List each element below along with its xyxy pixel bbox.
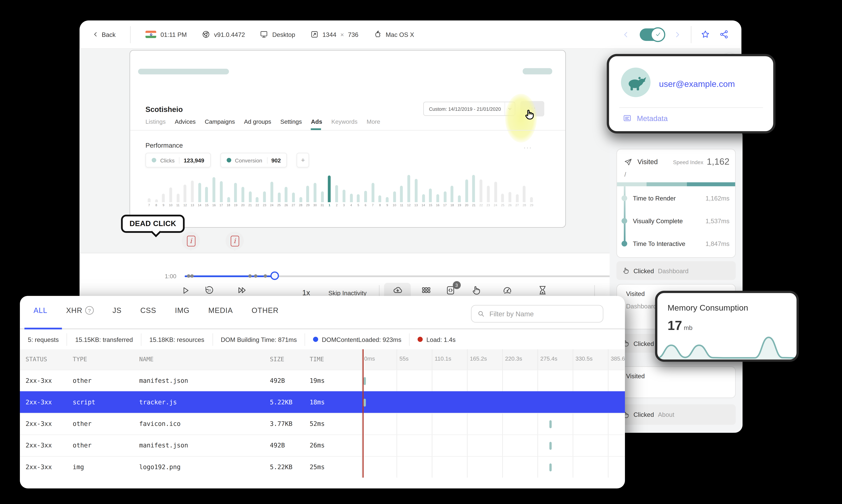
site-tab-campaigns[interactable]: Campaigns bbox=[205, 118, 235, 130]
metric-value: 902 bbox=[271, 157, 281, 163]
column-header-size[interactable]: SIZE bbox=[270, 356, 284, 362]
request-row-tracker.js[interactable]: 2xx-3xxscripttracker.js5.22KB18ms bbox=[20, 391, 625, 413]
skip-inactivity-toggle[interactable]: Skip Inactivity bbox=[328, 290, 366, 296]
request-row-logo192.png[interactable]: 2xx-3xximglogo192.png5.22KB25ms bbox=[20, 456, 625, 478]
prev-session-button[interactable] bbox=[622, 30, 631, 39]
site-tab-more[interactable]: More bbox=[366, 118, 380, 130]
chart-x-label: 28 bbox=[297, 203, 304, 207]
site-tab-ads[interactable]: Ads bbox=[311, 118, 322, 130]
cell-status: 2xx-3xx bbox=[25, 399, 52, 406]
metadata-button[interactable]: Metadata bbox=[623, 114, 668, 123]
request-row-manifest.json[interactable]: 2xx-3xxothermanifest.json492B26ms bbox=[20, 434, 625, 456]
next-session-button[interactable] bbox=[673, 30, 682, 39]
waterfall-tick: 385.6s bbox=[611, 356, 625, 362]
chart-x-label: 30 bbox=[311, 203, 319, 207]
event-item-clicked[interactable]: ClickedDashboard bbox=[616, 261, 736, 280]
event-dot[interactable] bbox=[191, 274, 194, 277]
divider bbox=[691, 26, 691, 43]
network-tab-other[interactable]: OTHER bbox=[252, 306, 279, 314]
date-range-select[interactable]: Custom: 14/12/2019 - 21/01/2020 bbox=[423, 102, 515, 116]
waterfall-tick: 165.2s bbox=[470, 356, 487, 362]
share-button[interactable] bbox=[719, 30, 729, 39]
bookmark-star-button[interactable] bbox=[701, 30, 710, 39]
chart-x-label: 2 bbox=[333, 203, 340, 207]
chart-bar-column bbox=[434, 171, 441, 202]
more-options-ellipsis[interactable]: ... bbox=[524, 143, 532, 149]
user-email-link[interactable]: user@example.com bbox=[659, 79, 735, 89]
back-label: Back bbox=[102, 31, 116, 38]
stat-dot bbox=[313, 337, 318, 342]
chart-bar-column bbox=[145, 171, 153, 202]
chart-x-label: 17 bbox=[218, 203, 225, 207]
chart-x-label: 26 bbox=[506, 203, 514, 207]
site-tab-ad-groups[interactable]: Ad groups bbox=[244, 118, 271, 130]
add-metric-button[interactable]: + bbox=[297, 153, 309, 168]
chart-bar bbox=[487, 186, 490, 202]
speed-segment bbox=[687, 182, 735, 186]
network-tab-img[interactable]: IMG bbox=[175, 306, 190, 314]
event-target: About bbox=[658, 411, 674, 418]
chart-x-label: 11 bbox=[174, 203, 181, 207]
avatar bbox=[621, 68, 650, 97]
event-dot[interactable] bbox=[254, 274, 257, 277]
event-dot[interactable] bbox=[187, 274, 190, 277]
network-tab-xhr[interactable]: XHR? bbox=[66, 306, 94, 314]
cell-status: 2xx-3xx bbox=[25, 420, 52, 428]
times-sign: × bbox=[340, 31, 344, 38]
network-tab-all[interactable]: ALL bbox=[34, 306, 47, 314]
network-stat: Load: 1.4s bbox=[410, 333, 463, 346]
autoplay-toggle[interactable] bbox=[640, 28, 664, 40]
playhead-handle[interactable] bbox=[270, 271, 279, 280]
chart-bar bbox=[306, 186, 309, 202]
rewind-10-icon bbox=[204, 285, 215, 295]
waterfall-bar bbox=[550, 442, 552, 450]
network-tab-js[interactable]: JS bbox=[112, 306, 122, 314]
site-tab-listings[interactable]: Listings bbox=[145, 118, 166, 130]
site-tab-advices[interactable]: Advices bbox=[175, 118, 196, 130]
chart-bar-column bbox=[420, 171, 427, 202]
column-header-type[interactable]: TYPE bbox=[73, 356, 87, 362]
event-dot[interactable] bbox=[264, 274, 267, 277]
request-row-favicon.ico[interactable]: 2xx-3xxotherfavicon.ico3.77KB52ms bbox=[20, 413, 625, 434]
help-icon[interactable]: ? bbox=[85, 306, 94, 314]
visited-path: / bbox=[624, 171, 626, 178]
visited-event-card[interactable]: Visited Speed Index 1,162 / Time to Rend… bbox=[616, 149, 736, 258]
speed-index-value: 1,162 bbox=[707, 157, 730, 167]
back-button[interactable]: Back bbox=[92, 31, 116, 38]
timeline-track[interactable] bbox=[184, 275, 659, 277]
chart-bar bbox=[285, 186, 288, 202]
filter-by-name-input[interactable] bbox=[489, 310, 597, 318]
event-item-clicked[interactable]: ClickedAbout bbox=[616, 404, 736, 425]
chart-x-label: 9 bbox=[160, 203, 167, 207]
column-header-time[interactable]: TIME bbox=[310, 356, 324, 362]
event-item-visited[interactable]: Visited bbox=[616, 366, 736, 398]
speed-segment bbox=[646, 182, 687, 186]
chart-bar-column bbox=[333, 171, 340, 202]
metric-chip-conversion[interactable]: Conversion 902 bbox=[220, 153, 287, 168]
column-header-name[interactable]: NAME bbox=[139, 356, 154, 362]
chart-bar bbox=[220, 181, 222, 202]
event-dot[interactable] bbox=[248, 274, 252, 277]
chart-bar bbox=[516, 194, 519, 202]
cell-name: logo192.png bbox=[139, 464, 181, 471]
event-type: Visited bbox=[638, 158, 658, 166]
issue-marker[interactable]: i bbox=[182, 232, 200, 250]
issue-marker[interactable]: i bbox=[226, 232, 244, 250]
chart-bar bbox=[436, 194, 439, 202]
network-tabs: ALLXHR?JSCSSIMGMEDIAOTHER bbox=[34, 306, 279, 314]
metric-chip-clicks[interactable]: Clicks 123,949 bbox=[145, 153, 211, 168]
chart-x-label: 10 bbox=[391, 203, 398, 207]
chart-bar bbox=[270, 182, 273, 202]
cell-type: script bbox=[73, 399, 95, 406]
chart-bar-column bbox=[521, 171, 528, 202]
network-tab-media[interactable]: MEDIA bbox=[208, 306, 233, 314]
column-header-status[interactable]: STATUS bbox=[25, 356, 47, 362]
chart-bar bbox=[444, 192, 446, 202]
network-tab-css[interactable]: CSS bbox=[140, 306, 156, 314]
chart-x-label: 18 bbox=[225, 203, 232, 207]
request-row-manifest.json[interactable]: 2xx-3xxothermanifest.json492B19ms bbox=[20, 370, 625, 391]
performance-bar-chart bbox=[145, 171, 535, 202]
site-tab-keywords[interactable]: Keywords bbox=[331, 118, 358, 130]
chart-bar bbox=[155, 199, 158, 202]
site-tab-settings[interactable]: Settings bbox=[280, 118, 302, 130]
